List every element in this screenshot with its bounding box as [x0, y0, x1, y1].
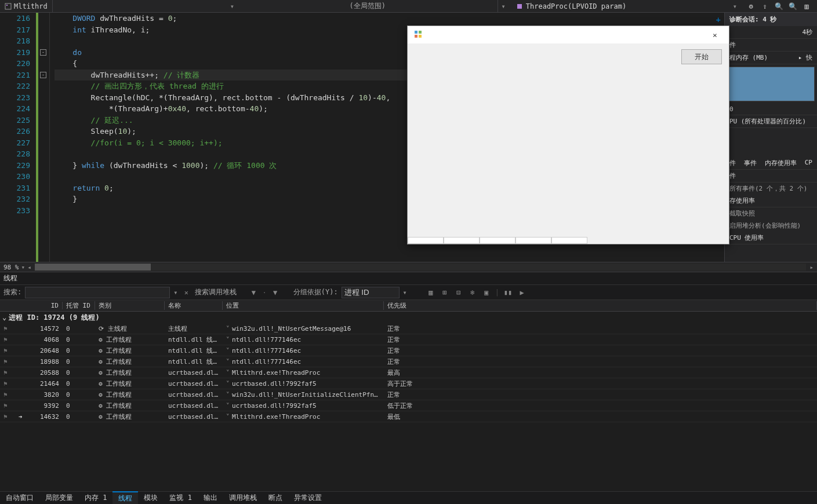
thread-row[interactable]: ⚑145720⟳ 主线程主线程˅win32u.dll!_NtUserGetMes…: [0, 323, 817, 334]
flag-icon[interactable]: ⚑: [3, 325, 8, 333]
settings-icon[interactable]: ⚙: [746, 2, 756, 11]
bottom-tab[interactable]: 异常设置: [288, 492, 328, 504]
zoom-in-icon[interactable]: 🔍: [774, 2, 783, 11]
bottom-tab[interactable]: 线程: [112, 491, 138, 504]
events-tab[interactable]: 事件: [744, 159, 757, 167]
search-stack-label[interactable]: 搜索调用堆栈: [195, 287, 237, 297]
file-tab-label: Mltithrd: [14, 2, 48, 10]
memory-tab[interactable]: 内存使用率: [765, 159, 797, 167]
expand-location-icon[interactable]: ˅: [226, 402, 230, 410]
expand-location-icon[interactable]: ˅: [226, 391, 230, 399]
bottom-tab[interactable]: 局部变量: [39, 492, 79, 504]
expand-location-icon[interactable]: ˅: [226, 325, 230, 333]
collapse-group-icon[interactable]: ⌄: [2, 313, 6, 322]
building-icon[interactable]: ▥: [802, 2, 811, 11]
expand-location-icon[interactable]: ˅: [226, 380, 230, 388]
expand-icon[interactable]: ⊞: [440, 287, 450, 298]
cpu-usage-section[interactable]: CPU 使用率: [725, 232, 817, 244]
thread-row[interactable]: ⚑40680⚙ 工作线程ntdll.dll 线程˅ntdll.dll!77714…: [0, 334, 817, 345]
start-button[interactable]: 开始: [681, 49, 722, 64]
filter-icon[interactable]: ▼: [248, 287, 259, 298]
scroll-right-icon[interactable]: ▸: [809, 264, 814, 271]
dropdown-chevron-icon[interactable]: ▾: [403, 288, 407, 297]
chevron-down-icon[interactable]: ▾: [498, 2, 509, 10]
pause-icon[interactable]: ▮▮: [503, 287, 513, 298]
thread-row[interactable]: ⚑206480⚙ 工作线程ntdll.dll 线程˅ntdll.dll!7771…: [0, 345, 817, 356]
clear-search-icon[interactable]: ✕: [181, 287, 191, 298]
column-category[interactable]: 类别: [95, 301, 165, 310]
thread-row[interactable]: ⚑205880⚙ 工作线程ucrtbased.dll 线程˅Mltithrd.e…: [0, 367, 817, 378]
cp-tab[interactable]: CP: [805, 159, 812, 167]
flag-icon[interactable]: ⚑: [3, 391, 8, 399]
thread-row[interactable]: ⚑189880⚙ 工作线程ntdll.dll 线程˅ntdll.dll!7771…: [0, 356, 817, 367]
zoom-level[interactable]: 98 %: [3, 264, 19, 271]
bottom-tab[interactable]: 内存 1: [79, 492, 112, 504]
bottom-tab[interactable]: 自动窗口: [0, 492, 39, 504]
flag-icon[interactable]: ⚑: [3, 369, 8, 377]
chevron-down-icon[interactable]: ▾: [227, 2, 238, 10]
flag-icon[interactable]: ⚑: [3, 336, 8, 344]
file-tab[interactable]: Mltithrd: [0, 0, 53, 12]
summary-tab[interactable]: 件: [729, 159, 736, 167]
column-location[interactable]: 位置: [223, 301, 384, 310]
group-by-select[interactable]: [342, 287, 400, 298]
thread-row[interactable]: ⚑93920⚙ 工作线程ucrtbased.dll 线程˅ucrtbased.d…: [0, 400, 817, 411]
zoom-out-icon[interactable]: 🔍: [788, 2, 797, 11]
events-section[interactable]: 件: [725, 170, 817, 182]
memory-header[interactable]: 程内存 (MB)▸ 快: [725, 52, 817, 64]
zoom-chevron-icon[interactable]: ▾: [19, 264, 28, 271]
function-selector[interactable]: ThreadProc(LPVOID param): [509, 2, 729, 10]
play-icon[interactable]: ▶: [517, 287, 527, 298]
expand-location-icon[interactable]: ˅: [226, 413, 230, 421]
bottom-tab[interactable]: 调用堆栈: [223, 492, 263, 504]
column-id[interactable]: ID: [30, 302, 63, 309]
search-input[interactable]: [25, 287, 170, 298]
mem-usage-section[interactable]: 存使用率: [725, 195, 817, 207]
bottom-tab[interactable]: 断点: [263, 492, 288, 504]
thread-row[interactable]: ⚑38200⚙ 工作线程ucrtbased.dll 线程˅win32u.dll!…: [0, 389, 817, 400]
freeze-icon[interactable]: ❄: [467, 287, 478, 298]
expand-location-icon[interactable]: ˅: [226, 347, 230, 355]
columns-icon[interactable]: ▦: [426, 287, 436, 298]
flag-icon[interactable]: ⚑: [3, 402, 8, 410]
popup-titlebar[interactable]: ×: [408, 26, 729, 43]
close-button[interactable]: ×: [703, 27, 727, 43]
horizontal-scrollbar[interactable]: [35, 264, 807, 271]
share-icon[interactable]: ⇪: [760, 2, 769, 11]
app-run-window[interactable]: × 开始: [407, 25, 729, 244]
dropdown-chevron-icon[interactable]: ▾: [173, 288, 177, 297]
code-line[interactable]: DWORD dwThreadHits = 0;: [55, 13, 724, 24]
column-managed-id[interactable]: 托管 ID: [63, 301, 95, 310]
snapshot-link[interactable]: 截取快照: [725, 207, 817, 220]
scope-selector[interactable]: (全局范围): [238, 0, 498, 12]
thread-row[interactable]: ⚑214640⚙ 工作线程ucrtbased.dll 线程˅ucrtbased.…: [0, 378, 817, 389]
expand-location-icon[interactable]: ˅: [226, 358, 230, 366]
scroll-left-icon[interactable]: ◂: [27, 264, 31, 271]
expand-location-icon[interactable]: ˅: [226, 336, 230, 344]
cpu-header[interactable]: PU (所有处理器的百分比): [725, 115, 817, 128]
column-priority[interactable]: 优先级: [384, 301, 817, 310]
filter2-icon[interactable]: ▼: [270, 287, 281, 298]
fold-toggle[interactable]: -: [40, 72, 46, 78]
collapse-icon[interactable]: ⊟: [453, 287, 464, 298]
heap-analysis-link[interactable]: 启用堆分析(会影响性能): [725, 220, 817, 232]
thread-row[interactable]: ⚑➔146320⚙ 工作线程ucrtbased.dll 线程˅Mltithrd.…: [0, 411, 817, 422]
flag-icon[interactable]: ⚑: [3, 347, 8, 355]
threads-panel-title[interactable]: 线程: [0, 272, 817, 285]
fold-toggle[interactable]: -: [40, 49, 46, 56]
flag-icon[interactable]: ⚑: [3, 413, 8, 421]
bottom-tab[interactable]: 监视 1: [164, 492, 197, 504]
thread-group-row[interactable]: ⌄ 进程 ID: 19724 (9 线程): [0, 312, 817, 323]
scroll-thumb[interactable]: [35, 264, 151, 271]
flag-icon[interactable]: ⚑: [3, 358, 8, 366]
chevron-down-icon[interactable]: ▾: [729, 2, 740, 10]
diag-session-label: 诊断会话: 4 秒: [725, 13, 817, 26]
flag-icon[interactable]: ⚑: [3, 380, 8, 388]
expand-location-icon[interactable]: ˅: [226, 369, 230, 377]
all-events-link[interactable]: 所有事件(2 个，共 2 个): [725, 182, 817, 195]
thaw-icon[interactable]: ▣: [481, 287, 492, 298]
bottom-tab[interactable]: 输出: [198, 492, 223, 504]
bottom-tab[interactable]: 模块: [138, 492, 164, 504]
events-header[interactable]: 件: [725, 39, 817, 52]
column-name[interactable]: 名称: [165, 301, 223, 310]
